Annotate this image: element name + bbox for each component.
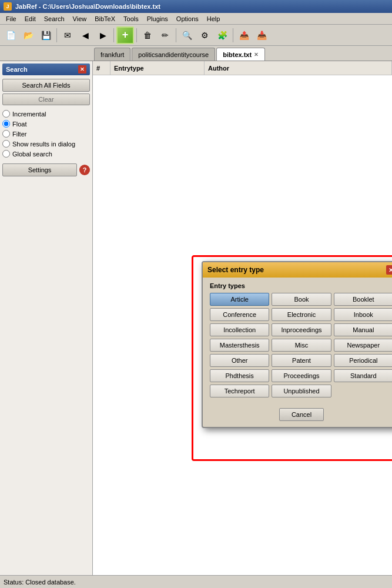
menu-file[interactable]: File xyxy=(2,14,20,24)
col-header-entrytype: Entrytype xyxy=(110,61,205,75)
entry-btn-article[interactable]: Article xyxy=(210,293,269,306)
tab-frankfurt[interactable]: frankfurt xyxy=(94,48,130,61)
entry-btn-electronic[interactable]: Electronic xyxy=(272,308,331,321)
search-panel-close-button[interactable]: ✕ xyxy=(78,65,86,74)
toolbar: 📄 📂 💾 ✉ ◀ ▶ + 🗑 ✏ 🔍 ⚙ 🧩 📤 📥 xyxy=(0,25,392,46)
search-mode-group: Incremental Float Filter Show results in… xyxy=(2,109,90,159)
menu-search[interactable]: Search xyxy=(41,14,68,24)
tab-bibtex[interactable]: bibtex.txt ✕ xyxy=(216,48,265,61)
entry-btn-misc[interactable]: Misc xyxy=(272,339,331,352)
search-panel-title: Search xyxy=(6,66,28,73)
entry-btn-other[interactable]: Other xyxy=(210,354,269,367)
import-button[interactable]: 📥 xyxy=(253,27,270,44)
entry-btn-proceedings[interactable]: Proceedings xyxy=(272,369,331,382)
toolbar-separator-1 xyxy=(56,28,57,42)
content-area: # Entrytype Author Select entry type ✕ E… xyxy=(93,61,392,575)
entry-btn-unpublished[interactable]: Unpublished xyxy=(272,385,331,397)
entry-btn-incollection[interactable]: Incollection xyxy=(210,323,269,336)
entry-types-grid: Article Book Booklet Conference Electron… xyxy=(210,293,392,397)
entry-btn-manual[interactable]: Manual xyxy=(334,323,392,336)
search-panel: Search ✕ Search All Fields Clear Increme… xyxy=(0,61,93,575)
menu-bar: File Edit Search View BibTeX Tools Plugi… xyxy=(0,13,392,25)
cancel-button[interactable]: Cancel xyxy=(279,408,324,421)
delete-button[interactable]: 🗑 xyxy=(139,27,156,44)
entry-btn-conference[interactable]: Conference xyxy=(210,308,269,321)
filter-radio[interactable]: Filter xyxy=(2,129,90,139)
new-database-button[interactable]: 📄 xyxy=(2,27,19,44)
menu-options[interactable]: Options xyxy=(173,14,202,24)
table-header: # Entrytype Author xyxy=(93,61,392,75)
dialog-close-button[interactable]: ✕ xyxy=(386,265,392,275)
tabs-row: frankfurt politicsandidentitycourse bibt… xyxy=(0,46,392,61)
entry-btn-phdthesis[interactable]: Phdthesis xyxy=(210,369,269,382)
global-search-radio[interactable]: Global search xyxy=(2,149,90,159)
entry-btn-inbook[interactable]: Inbook xyxy=(334,308,392,321)
col-header-author: Author xyxy=(205,61,392,75)
save-button[interactable]: 💾 xyxy=(38,27,54,44)
menu-bibtex[interactable]: BibTeX xyxy=(91,14,119,24)
entry-btn-techreport[interactable]: Techreport xyxy=(210,385,269,397)
edit-button[interactable]: ✏ xyxy=(157,27,173,44)
entry-btn-mastersthesis[interactable]: Mastersthesis xyxy=(210,339,269,352)
dialog-body: Entry types Article Book Booklet Confere… xyxy=(203,278,392,406)
add-entry-button[interactable]: + xyxy=(116,26,134,44)
menu-edit[interactable]: Edit xyxy=(21,14,39,24)
dialog-title-bar: Select entry type ✕ xyxy=(203,262,392,278)
dialog-title-text: Select entry type xyxy=(207,266,264,274)
menu-tools[interactable]: Tools xyxy=(120,14,142,24)
main-layout: Search ✕ Search All Fields Clear Increme… xyxy=(0,61,392,575)
clear-button[interactable]: Clear xyxy=(2,93,90,105)
back-button[interactable]: ◀ xyxy=(77,27,93,44)
export-button[interactable]: 📤 xyxy=(236,27,252,44)
toolbar-separator-5 xyxy=(233,28,233,42)
select-entry-type-dialog: Select entry type ✕ Entry types Article … xyxy=(202,261,392,428)
search-all-fields-button[interactable]: Search All Fields xyxy=(2,79,90,92)
toolbar-separator-4 xyxy=(176,28,176,42)
toolbar-separator-2 xyxy=(113,28,114,42)
email-button[interactable]: ✉ xyxy=(59,27,76,44)
settings-button[interactable]: Settings xyxy=(2,163,77,176)
settings-row: Settings ? xyxy=(2,163,90,176)
entry-btn-newspaper[interactable]: Newspaper xyxy=(334,339,392,352)
entry-types-label: Entry types xyxy=(210,282,392,289)
entry-btn-inproceedings[interactable]: Inproceedings xyxy=(272,323,331,336)
menu-view[interactable]: View xyxy=(69,14,91,24)
open-database-button[interactable]: 📂 xyxy=(20,27,36,44)
entry-btn-book[interactable]: Book xyxy=(272,293,331,306)
tab-politics[interactable]: politicsandidentitycourse xyxy=(132,48,215,61)
col-header-hash: # xyxy=(93,61,110,75)
menu-help[interactable]: Help xyxy=(203,14,224,24)
entry-btn-periodical[interactable]: Periodical xyxy=(334,354,392,367)
app-icon: J xyxy=(4,2,12,11)
status-text: Status: Closed database. xyxy=(4,579,76,586)
float-radio[interactable]: Float xyxy=(2,119,90,129)
dialog-footer: Cancel xyxy=(203,406,392,427)
incremental-radio[interactable]: Incremental xyxy=(2,109,90,119)
menu-plugins[interactable]: Plugins xyxy=(143,14,172,24)
status-bar: Status: Closed database. xyxy=(0,575,392,588)
entry-btn-patent[interactable]: Patent xyxy=(272,354,331,367)
tab-close-icon[interactable]: ✕ xyxy=(254,52,259,58)
entry-btn-booklet[interactable]: Booklet xyxy=(334,293,392,306)
forward-button[interactable]: ▶ xyxy=(95,27,111,44)
search-button[interactable]: 🔍 xyxy=(179,27,195,44)
show-results-radio[interactable]: Show results in dialog xyxy=(2,139,90,149)
title-text: JabRef - C:\Users\Joshua\Downloads\bibte… xyxy=(15,3,160,10)
plugin-button[interactable]: 🧩 xyxy=(214,27,230,44)
help-button[interactable]: ? xyxy=(79,165,90,175)
search-panel-header: Search ✕ xyxy=(2,64,90,75)
toolbar-separator-3 xyxy=(136,28,137,42)
title-bar: J JabRef - C:\Users\Joshua\Downloads\bib… xyxy=(0,0,392,13)
entry-btn-standard[interactable]: Standard xyxy=(334,369,392,382)
settings-button[interactable]: ⚙ xyxy=(196,27,213,44)
